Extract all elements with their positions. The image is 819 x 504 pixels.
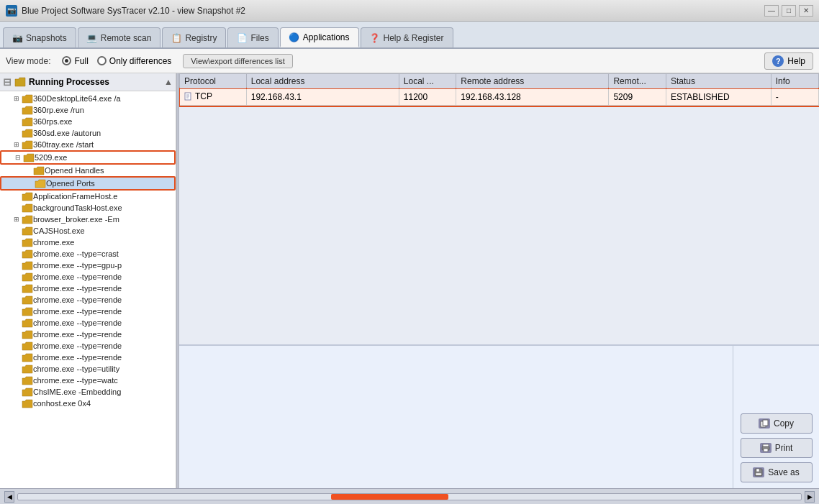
- view-export-button-label: View\export differences list: [191, 57, 284, 65]
- tree-item-chrome-rend5[interactable]: chrome.exe --type=rende: [0, 317, 176, 329]
- col-local-address[interactable]: Local address: [246, 74, 399, 89]
- scrollbar-thumb[interactable]: [331, 494, 448, 500]
- tab-help-register[interactable]: ❓ Help & Register: [361, 27, 453, 47]
- tab-files[interactable]: 📄 Files: [227, 27, 278, 47]
- copy-button-label: Copy: [774, 418, 794, 429]
- toolbar: View mode: Full Only differences View\ex…: [0, 49, 819, 73]
- action-buttons: Copy Print: [733, 346, 819, 488]
- close-button[interactable]: ✕: [799, 5, 813, 17]
- horizontal-scrollbar[interactable]: [17, 493, 802, 500]
- registry-tab-icon: 📋: [171, 33, 181, 43]
- tree-item-browser-broker[interactable]: ⊞ browser_broker.exe -Em: [0, 214, 176, 225]
- tree-item-appframe[interactable]: ApplicationFrameHost.e: [0, 191, 176, 202]
- tree-item-opened-ports[interactable]: Opened Ports: [0, 176, 176, 191]
- tree-item-chrome-crash[interactable]: chrome.exe --type=crast: [0, 248, 176, 260]
- title-bar-left: 📷 Blue Project Software SysTracer v2.10 …: [6, 5, 245, 17]
- tree-item-chrome-rend3[interactable]: chrome.exe --type=rende: [0, 294, 176, 306]
- folder-chrome-gpu-icon: [22, 261, 33, 270]
- tree-item-chrome-rend6[interactable]: chrome.exe --type=rende: [0, 329, 176, 340]
- tree-item-5209exe-label: 5209.exe: [35, 153, 67, 162]
- radio-only-differences[interactable]: Only differences: [97, 56, 172, 66]
- tab-applications[interactable]: 🔵 Applications: [280, 27, 359, 47]
- col-remote-port[interactable]: Remot...: [609, 74, 666, 89]
- svg-rect-5: [763, 420, 768, 426]
- tree-item-chrome-watc[interactable]: chrome.exe --type=watc: [0, 375, 176, 386]
- tree-item-360rps[interactable]: 360rps.exe: [0, 116, 176, 127]
- minimize-button[interactable]: —: [764, 5, 779, 17]
- print-icon: [760, 443, 772, 453]
- tree-item-360desktop-label: 360DesktopLite64.exe /a: [33, 94, 121, 103]
- tab-registry[interactable]: 📋 Registry: [162, 27, 226, 47]
- col-protocol[interactable]: Protocol: [180, 74, 247, 89]
- tree-item-chrome-rend1[interactable]: chrome.exe --type=rende: [0, 271, 176, 283]
- tree-item-360desktop[interactable]: ⊞ 360DesktopLite64.exe /a: [0, 93, 176, 104]
- save-as-button[interactable]: Save as: [741, 462, 813, 482]
- expand-360tray[interactable]: ⊞: [12, 139, 22, 150]
- tree-item-5209exe[interactable]: ⊟ 5209.exe: [0, 150, 176, 165]
- expand-5209exe[interactable]: ⊟: [13, 152, 23, 162]
- tree-item-360sd-label: 360sd.exe /autorun: [33, 129, 101, 137]
- main-content: ⊟ Running Processes ▲ ⊞ 360DesktopLite64…: [0, 73, 819, 488]
- tree-item-360rp[interactable]: 360rp.exe /run: [0, 104, 176, 116]
- svg-rect-8: [764, 449, 768, 452]
- tree-item-opened-handles[interactable]: Opened Handles: [0, 165, 176, 176]
- tree-item-360tray[interactable]: ⊞ 360tray.exe /start: [0, 139, 176, 150]
- tree-item-chrome-rend2[interactable]: chrome.exe --type=rende: [0, 283, 176, 294]
- folder-chrome-rend5-icon: [22, 319, 33, 328]
- app-icon: 📷: [6, 5, 17, 17]
- expand-browser-broker[interactable]: ⊞: [12, 214, 22, 224]
- tree-header-label: Running Processes: [29, 77, 109, 87]
- radio-full[interactable]: Full: [62, 56, 88, 66]
- print-button[interactable]: Print: [741, 438, 813, 458]
- tree-item-chrome-utility-label: chrome.exe --type=utility: [33, 365, 119, 373]
- tree-item-cajshost-label: CAJSHost.exe: [33, 226, 85, 235]
- folder-360tray-icon: [22, 140, 33, 150]
- help-button[interactable]: ? Help: [764, 52, 813, 70]
- tree-item-360tray-label: 360tray.exe /start: [33, 140, 94, 149]
- scroll-right-button[interactable]: ▶: [805, 491, 815, 503]
- tab-snapshots[interactable]: 📷 Snapshots: [3, 27, 76, 47]
- col-info[interactable]: Info: [771, 74, 818, 89]
- tree-item-chrome-rend1-label: chrome.exe --type=rende: [33, 272, 122, 281]
- folder-chrome-rend3-icon: [22, 295, 33, 305]
- cell-info: -: [771, 89, 818, 106]
- tree-item-cajshost[interactable]: CAJSHost.exe: [0, 225, 176, 237]
- tree-item-chrome[interactable]: chrome.exe: [0, 237, 176, 248]
- tree-item-360sd[interactable]: 360sd.exe /autorun: [0, 127, 176, 139]
- folder-bgtaskhost-icon: [22, 203, 33, 213]
- svg-rect-10: [756, 469, 759, 472]
- folder-360rps-icon: [22, 117, 33, 127]
- tree-item-chrome-rend3-label: chrome.exe --type=rende: [33, 295, 122, 304]
- tree-item-conhost[interactable]: conhost.exe 0x4: [0, 398, 176, 409]
- view-export-button[interactable]: View\export differences list: [183, 54, 292, 68]
- folder-chrome-rend2-icon: [22, 284, 33, 293]
- title-bar: 📷 Blue Project Software SysTracer v2.10 …: [0, 0, 819, 22]
- table-row[interactable]: TCP 192.168.43.1 11200 192.168.43.128 52…: [180, 89, 819, 106]
- tree-item-chrome-utility[interactable]: chrome.exe --type=utility: [0, 363, 176, 375]
- scroll-left-button[interactable]: ◀: [4, 491, 14, 503]
- maximize-button[interactable]: □: [782, 5, 796, 17]
- folder-conhost-icon: [22, 399, 33, 408]
- tab-remote-scan[interactable]: 💻 Remote scan: [78, 27, 161, 47]
- tree-item-chrome-gpu[interactable]: chrome.exe --type=gpu-p: [0, 260, 176, 271]
- col-local-port[interactable]: Local ...: [399, 74, 456, 89]
- copy-button[interactable]: Copy: [741, 413, 813, 434]
- tree-header: ⊟ Running Processes ▲: [0, 73, 176, 91]
- tree-scroll-up[interactable]: ▲: [164, 77, 173, 87]
- tree-item-chrome-rend8[interactable]: chrome.exe --type=rende: [0, 352, 176, 363]
- expand-360desktop[interactable]: ⊞: [12, 93, 22, 104]
- radio-full-circle: [62, 56, 71, 65]
- folder-chrome-crash-icon: [22, 249, 33, 259]
- tree-item-bgtaskhost[interactable]: backgroundTaskHost.exe: [0, 202, 176, 214]
- tree-item-chrome-rend7[interactable]: chrome.exe --type=rende: [0, 340, 176, 352]
- detail-content: [179, 346, 733, 488]
- tree-item-chrome-rend4[interactable]: chrome.exe --type=rende: [0, 306, 176, 317]
- col-remote-address[interactable]: Remote address: [456, 74, 609, 89]
- right-panel: Protocol Local address Local ... Remote …: [179, 73, 819, 488]
- table-header-row: Protocol Local address Local ... Remote …: [180, 74, 819, 89]
- folder-appframe-icon: [22, 192, 33, 201]
- radio-differences-label: Only differences: [109, 56, 172, 66]
- col-status[interactable]: Status: [666, 74, 771, 89]
- tree-item-chsime[interactable]: ChsIME.exe -Embedding: [0, 386, 176, 398]
- cell-protocol-value: TCP: [195, 91, 212, 101]
